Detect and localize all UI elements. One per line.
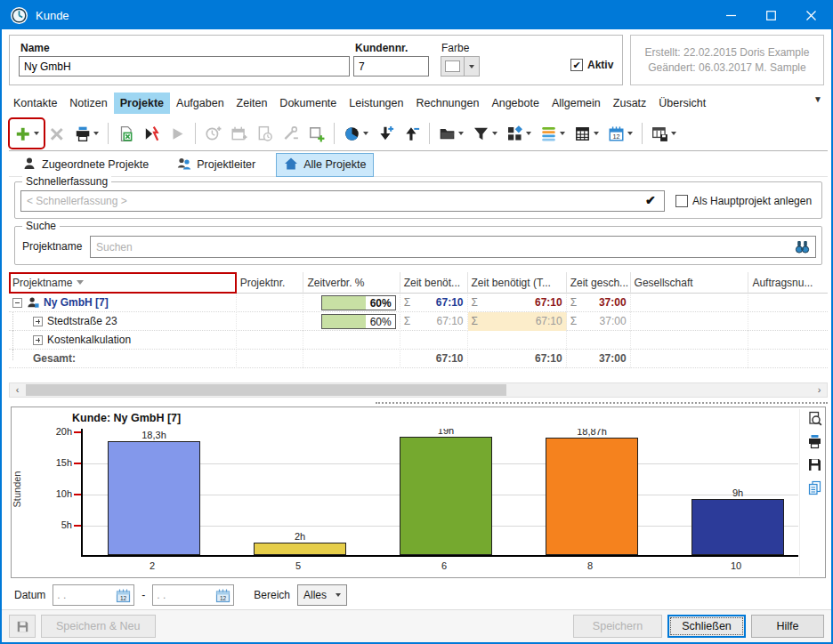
subtab-projektleiter[interactable]: Projektleiter xyxy=(169,153,263,177)
horizontal-scrollbar[interactable]: ‹ › xyxy=(9,382,828,398)
save-new-button[interactable]: Speichern & Neu xyxy=(41,615,156,638)
kunde-window: Kunde Name Kundennr. Farbe ✔ Aktiv xyxy=(0,0,833,644)
print-chart-icon[interactable] xyxy=(807,434,822,449)
kundennr-field[interactable] xyxy=(353,56,429,76)
date-from-input[interactable]: . . 12 xyxy=(53,584,134,606)
table-row[interactable]: Kostenkalkulation xyxy=(9,331,828,350)
tab-notizen[interactable]: Notizen xyxy=(63,93,113,114)
tabbar-overflow-chevron-icon[interactable]: ▼ xyxy=(813,94,822,104)
collapse-expander-icon[interactable] xyxy=(12,298,22,308)
farbe-label: Farbe xyxy=(441,42,469,54)
table-total-row: Gesamt: 67:10 67:10 37:00 xyxy=(9,350,828,368)
clock-add-icon-button[interactable] xyxy=(201,120,225,147)
footer-bar: Speichern & Neu Speichern Schließen Hilf… xyxy=(2,609,831,642)
squares-icon-button[interactable] xyxy=(503,120,535,147)
collapse-all-icon-button[interactable] xyxy=(400,120,424,147)
farbe-dropdown-button[interactable] xyxy=(465,56,480,76)
calendar-icon[interactable]: 12 xyxy=(116,588,131,603)
print-icon-button[interactable] xyxy=(70,120,102,147)
save-chart-icon[interactable] xyxy=(807,457,822,472)
grid-calc-icon-button[interactable] xyxy=(570,120,603,147)
search-input[interactable] xyxy=(90,236,816,258)
chart-toolbar xyxy=(807,411,822,495)
hauptprojekt-checkbox[interactable]: Als Hauptprojekt anlegen xyxy=(675,195,812,207)
help-button[interactable]: Hilfe xyxy=(751,615,824,638)
save-button[interactable]: Speichern xyxy=(573,615,662,638)
binoculars-icon[interactable] xyxy=(795,239,810,254)
column-header-1[interactable]: Projektname xyxy=(9,272,237,294)
expand-expander-icon[interactable] xyxy=(33,335,43,345)
column-header-6[interactable]: Zeit gesch... xyxy=(567,272,631,294)
chevron-down-icon xyxy=(336,593,341,597)
date-to-input[interactable]: . . 12 xyxy=(152,584,234,606)
column-header-7[interactable]: Gesellschaft xyxy=(631,272,749,294)
checkbox-checked-icon[interactable]: ✔ xyxy=(570,59,583,71)
tab-dokumente[interactable]: Dokumente xyxy=(273,93,343,114)
bar-value-label: 18,87h xyxy=(546,429,638,437)
expand-all-icon-button[interactable] xyxy=(374,120,398,147)
column-header-8[interactable]: Auftragsnu... xyxy=(748,272,828,294)
chevron-down-icon xyxy=(671,132,676,135)
farbe-picker[interactable] xyxy=(441,56,480,76)
tab-angebote[interactable]: Angebote xyxy=(485,93,546,114)
calendar-icon[interactable]: 12 xyxy=(215,588,230,603)
farbe-swatch[interactable] xyxy=(441,56,465,76)
table-save-icon-button[interactable] xyxy=(648,120,680,147)
frame-add-icon-button[interactable] xyxy=(304,120,328,147)
minimize-button[interactable] xyxy=(711,2,751,29)
column-header-5[interactable]: Zeit benötigt (T... xyxy=(468,272,567,294)
expand-expander-icon[interactable] xyxy=(33,317,43,326)
scrollbar-thumb[interactable] xyxy=(26,384,506,396)
aktiv-checkbox[interactable]: ✔ Aktiv xyxy=(570,59,613,71)
name-field[interactable] xyxy=(19,56,350,76)
tab-kontakte[interactable]: Kontakte xyxy=(7,93,63,114)
column-header-3[interactable]: Zeitverbr. % xyxy=(303,272,400,294)
bereich-select[interactable]: Alles xyxy=(297,584,347,606)
pie-chart-icon-button[interactable] xyxy=(340,120,372,147)
save-icon-button[interactable] xyxy=(9,615,36,638)
play-icon-button[interactable] xyxy=(166,120,190,147)
main-tabbar: KontakteNotizenProjekteAufgabenZeitenDok… xyxy=(7,90,806,114)
quick-entry-input[interactable] xyxy=(20,190,665,212)
folder-icon-button[interactable] xyxy=(435,120,467,147)
doc-clock-icon-button[interactable] xyxy=(253,120,277,147)
column-header-4[interactable]: Zeit benöt... xyxy=(400,272,468,294)
tab-allgemein[interactable]: Allgemein xyxy=(546,93,607,114)
maximize-button[interactable] xyxy=(751,2,791,29)
filter-icon-button[interactable] xyxy=(469,120,501,147)
tab-übersicht[interactable]: Übersicht xyxy=(652,93,712,114)
tab-projekte[interactable]: Projekte xyxy=(114,93,170,114)
calendar-add-icon-button[interactable] xyxy=(227,120,251,147)
print-preview-icon[interactable] xyxy=(807,411,822,426)
checkbox-unchecked-icon[interactable] xyxy=(675,195,688,207)
splitter-handle[interactable] xyxy=(376,402,828,404)
excel-export-icon-button[interactable] xyxy=(114,120,138,147)
confirm-check-icon[interactable]: ✔ xyxy=(645,193,656,207)
tab-leistungen[interactable]: Leistungen xyxy=(343,93,409,114)
calendar-12-icon-button[interactable]: 12 xyxy=(604,120,636,147)
add-icon-button[interactable] xyxy=(11,120,43,147)
table-row[interactable]: Stedtstraße 23 60% Σ67:10 Σ67:10 Σ37:00 xyxy=(9,312,828,331)
scroll-right-icon[interactable]: › xyxy=(812,383,827,397)
tab-aufgaben[interactable]: Aufgaben xyxy=(170,93,230,114)
color-lines-icon-button[interactable] xyxy=(537,120,569,147)
table-row[interactable]: Ny GmbH [7] 60% Σ67:10 Σ67:10 Σ37:00 xyxy=(9,294,828,312)
column-header-2[interactable]: Projektnr. xyxy=(237,272,304,294)
subtab-zugeordnete-projekte[interactable]: Zugeordnete Projekte xyxy=(14,153,157,177)
close-button[interactable] xyxy=(791,2,831,29)
scroll-left-icon[interactable]: ‹ xyxy=(10,383,25,397)
delete-icon-button[interactable] xyxy=(44,120,69,147)
x-tick-label: 6 xyxy=(398,560,490,571)
tab-zeiten[interactable]: Zeiten xyxy=(230,93,274,114)
close-window-button[interactable]: Schließen xyxy=(667,615,746,638)
tab-rechnungen[interactable]: Rechnungen xyxy=(409,93,485,114)
zeit-geschaetzt: 37:00 xyxy=(600,315,627,327)
start-flash-icon-button[interactable] xyxy=(140,120,164,147)
tab-zusatz[interactable]: Zusatz xyxy=(607,93,653,114)
sigma-icon: Σ xyxy=(404,296,410,309)
chart-plot: 18,3h2h19h18,87h9h xyxy=(81,429,798,557)
subtab-alle-projekte[interactable]: Alle Projekte xyxy=(276,153,374,177)
customer-form-box: Name Kundennr. Farbe ✔ Aktiv xyxy=(9,35,623,85)
copy-chart-icon[interactable] xyxy=(807,480,822,495)
link-add-icon-button[interactable] xyxy=(279,120,303,147)
